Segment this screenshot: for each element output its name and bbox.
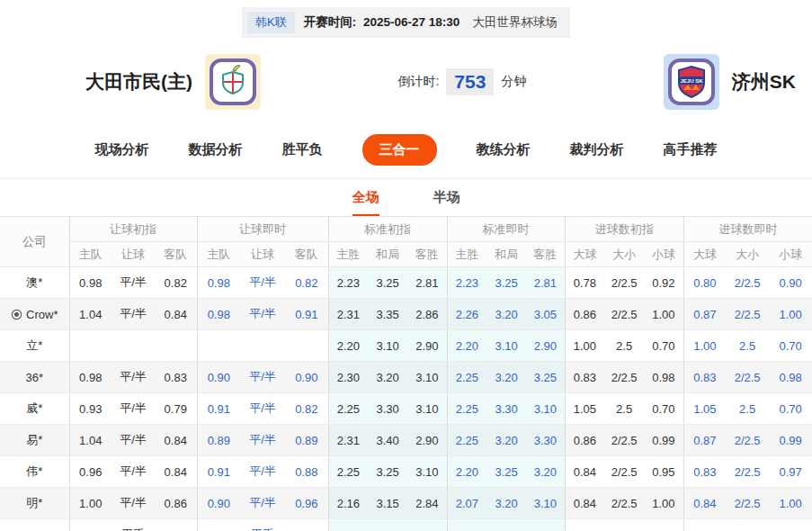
odds-cell: 2.26 — [447, 299, 486, 330]
sub-header: 大小 — [726, 242, 769, 267]
svg-text:JEJU SK: JEJU SK — [680, 78, 703, 84]
odds-cell: 0.92 — [644, 267, 683, 299]
odds-cell: 1.00 — [69, 488, 112, 519]
kickoff-time: 开赛时间: 2025-06-27 18:30 — [304, 14, 460, 31]
odds-cell: 0.70 — [644, 519, 683, 531]
away-team-name: 济州SK — [732, 69, 796, 94]
odds-cell: 2.81 — [407, 267, 447, 299]
odds-cell: 2.20 — [447, 456, 486, 488]
odds-cell: 3.25 — [368, 267, 407, 299]
home-team-logo — [205, 54, 261, 110]
nav-tab-教练分析[interactable]: 教练分析 — [477, 141, 531, 158]
odds-cell: 3.30 — [486, 393, 526, 425]
odds-cell: 2.31 — [328, 425, 368, 456]
odds-cell: 3.25 — [486, 456, 526, 488]
odds-cell: 0.98 — [69, 267, 112, 299]
odds-cell: 2/2.5 — [604, 299, 644, 330]
away-team: JEJU SK 济州SK — [664, 54, 796, 110]
nav-tab-高手推荐[interactable]: 高手推荐 — [664, 141, 718, 158]
period-tabs: 全场半场 — [0, 179, 812, 216]
odds-cell: 0.86 — [155, 488, 197, 519]
odds-cell: 0.90 — [769, 267, 812, 299]
odds-cell: 0.80 — [683, 267, 726, 299]
odds-cell: 0.87 — [683, 299, 726, 330]
odds-cell: 2.16 — [328, 488, 368, 519]
odds-cell: 0.91 — [285, 299, 328, 330]
odds-cell: 1.20 — [155, 519, 197, 531]
sub-header: 和局 — [368, 242, 407, 267]
odds-cell: 2.07 — [447, 488, 486, 519]
company-name: 伟* — [26, 464, 42, 478]
odds-cell: 平/半 — [240, 299, 285, 330]
table-row: 威*0.93平/半0.790.91平/半0.822.253.303.102.25… — [0, 393, 812, 425]
odds-cell: 2.5 — [604, 519, 644, 531]
odds-cell: 1.04 — [69, 425, 112, 456]
table-row: 36*0.98平/半0.830.90平/半0.902.303.203.102.2… — [0, 362, 812, 393]
group-header: 标准初指 — [328, 217, 447, 242]
match-header: 大田市民(主) 倒计时: 753 分钟 JEJU SK 济州SK — [0, 38, 812, 123]
odds-cell: 3.25 — [368, 456, 407, 488]
odds-cell: 2.90 — [407, 330, 447, 362]
odds-cell: 2/2.5 — [604, 425, 644, 456]
odds-cell — [155, 330, 197, 362]
company-name: 威* — [26, 401, 42, 415]
odds-cell: 3.30 — [526, 425, 565, 456]
odds-cell: 0.84 — [155, 425, 197, 456]
period-tab-半场[interactable]: 半场 — [433, 189, 460, 216]
odds-cell: 2.23 — [328, 267, 368, 299]
odds-cell: 0.84 — [155, 456, 197, 488]
nav-tab-现场分析[interactable]: 现场分析 — [95, 141, 149, 158]
odds-cell: 2.25 — [328, 456, 368, 488]
odds-cell: 2.5 — [726, 330, 769, 362]
odds-cell: 3.35 — [368, 299, 407, 330]
odds-cell: 2.30 — [328, 519, 368, 531]
odds-cell: 2.20 — [328, 330, 368, 362]
company-column-header: 公司 — [0, 217, 69, 267]
odds-cell: 2.30 — [447, 519, 486, 531]
odds-cell: 0.98 — [69, 362, 112, 393]
odds-cell: 0.96 — [285, 488, 328, 519]
odds-cell: 2.86 — [407, 299, 447, 330]
nav-tab-胜平负[interactable]: 胜平负 — [282, 141, 323, 158]
odds-cell — [240, 330, 285, 362]
sub-header: 主胜 — [328, 242, 368, 267]
odds-cell: 3.40 — [368, 425, 407, 456]
company-cell: 36* — [0, 362, 69, 393]
period-tab-全场[interactable]: 全场 — [352, 189, 379, 216]
odds-cell: 0.82 — [155, 267, 197, 299]
table-row: 立*2.203.102.902.203.102.901.002.50.701.0… — [0, 330, 812, 362]
odds-cell: 0.98 — [644, 362, 683, 393]
odds-cell: 2.30 — [328, 362, 368, 393]
odds-cell: 3.05 — [526, 299, 565, 330]
nav-tab-裁判分析[interactable]: 裁判分析 — [570, 141, 624, 158]
group-header: 进球数即时 — [683, 217, 812, 242]
odds-cell: 3.25 — [486, 267, 526, 299]
odds-cell: 0.88 — [285, 456, 328, 488]
odds-cell: 3.10 — [407, 393, 447, 425]
odds-cell: 0.90 — [197, 488, 240, 519]
odds-cell: 3.20 — [486, 362, 526, 393]
sub-header: 让球 — [240, 242, 285, 267]
odds-cell: 0.70 — [769, 330, 812, 362]
nav-tab-三合一[interactable]: 三合一 — [362, 134, 437, 166]
odds-cell: 3.20 — [486, 425, 526, 456]
odds-cell: 3.10 — [407, 456, 447, 488]
odds-cell: 2/2.5 — [604, 488, 644, 519]
company-cell: Interwet* — [0, 519, 69, 531]
league-chip[interactable]: 韩K联 — [247, 12, 295, 33]
group-header: 进球数初指 — [565, 217, 683, 242]
odds-cell: 平/半 — [240, 267, 285, 299]
odds-table-body: 澳*0.98平/半0.820.98平/半0.822.233.252.812.23… — [0, 267, 812, 531]
odds-cell: 0.86 — [565, 299, 604, 330]
odds-cell — [285, 330, 328, 362]
odds-cell: 2.84 — [407, 488, 447, 519]
group-header: 标准即时 — [447, 217, 565, 242]
odds-cell: 0.98 — [197, 299, 240, 330]
company-cell: 立* — [0, 330, 69, 362]
odds-cell: 平/半 — [240, 488, 285, 519]
odds-cell: 3.30 — [368, 393, 407, 425]
odds-cell: 2.20 — [447, 330, 486, 362]
odds-cell: 0.98 — [197, 267, 240, 299]
group-header: 让球即时 — [197, 217, 328, 242]
nav-tab-数据分析[interactable]: 数据分析 — [189, 141, 243, 158]
